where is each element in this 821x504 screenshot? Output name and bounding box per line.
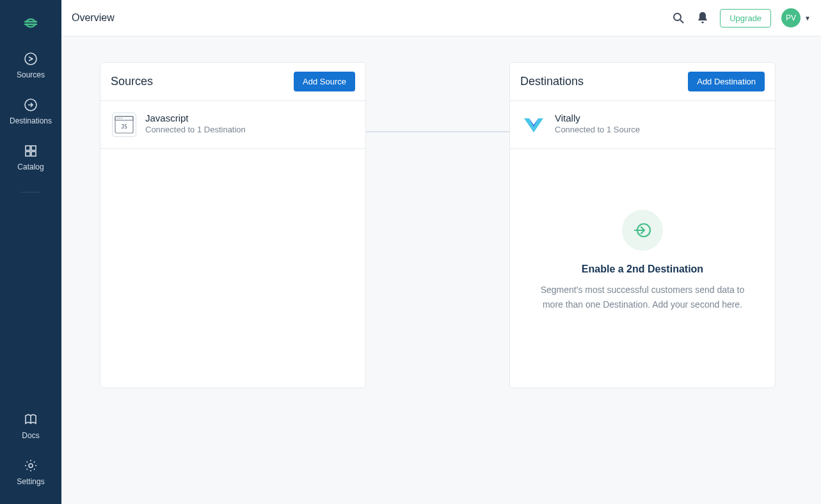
javascript-icon: JS bbox=[112, 113, 136, 137]
sidebar-item-label: Sources bbox=[17, 70, 45, 79]
search-icon bbox=[672, 12, 685, 24]
svg-point-7 bbox=[674, 13, 681, 20]
sidebar-item-label: Docs bbox=[22, 431, 39, 440]
svg-point-6 bbox=[29, 464, 33, 468]
sidebar: Sources Destinations Catalog bbox=[0, 0, 61, 504]
destination-promo: Enable a 2nd Destination Segment's most … bbox=[510, 149, 775, 388]
chevron-down-icon: ▼ bbox=[804, 15, 811, 22]
avatar: PV bbox=[781, 8, 801, 28]
docs-icon bbox=[23, 412, 38, 427]
catalog-icon bbox=[23, 143, 38, 159]
svg-rect-2 bbox=[26, 146, 30, 150]
svg-rect-3 bbox=[31, 146, 36, 150]
svg-point-0 bbox=[25, 53, 36, 65]
svg-text:JS: JS bbox=[121, 124, 127, 130]
svg-point-12 bbox=[121, 118, 122, 119]
sources-icon bbox=[23, 51, 38, 67]
promo-title: Enable a 2nd Destination bbox=[582, 264, 703, 275]
sidebar-item-label: Settings bbox=[17, 477, 44, 486]
user-menu[interactable]: PV ▼ bbox=[781, 8, 811, 28]
page-title: Overview bbox=[72, 12, 115, 24]
source-item-name: Javascript bbox=[145, 113, 246, 123]
destinations-panel: Destinations Add Destination Vitally Con… bbox=[509, 62, 776, 388]
content: Sources Add Source JS Javascript Connect… bbox=[61, 36, 821, 504]
sidebar-item-docs[interactable]: Docs bbox=[22, 412, 39, 440]
destination-item-sub: Connected to 1 Source bbox=[555, 125, 640, 134]
sources-panel: Sources Add Source JS Javascript Connect… bbox=[100, 62, 366, 388]
settings-icon bbox=[23, 458, 38, 473]
sidebar-item-sources[interactable]: Sources bbox=[17, 51, 45, 79]
upgrade-button[interactable]: Upgrade bbox=[720, 9, 771, 28]
vitally-icon bbox=[522, 113, 546, 137]
notifications-button[interactable] bbox=[696, 11, 710, 25]
promo-body: Segment's most successful customers send… bbox=[538, 283, 747, 311]
sidebar-item-label: Catalog bbox=[17, 162, 44, 171]
segment-logo-icon bbox=[22, 14, 40, 32]
source-item-sub: Connected to 1 Destination bbox=[145, 125, 246, 134]
sidebar-item-destinations[interactable]: Destinations bbox=[10, 97, 52, 125]
add-destination-button[interactable]: Add Destination bbox=[688, 72, 765, 91]
destinations-panel-title: Destinations bbox=[520, 75, 584, 88]
svg-point-11 bbox=[119, 118, 120, 119]
destination-item[interactable]: Vitally Connected to 1 Source bbox=[510, 101, 775, 149]
app-logo[interactable] bbox=[20, 13, 41, 33]
sidebar-item-settings[interactable]: Settings bbox=[17, 458, 44, 486]
add-source-button[interactable]: Add Source bbox=[294, 72, 355, 91]
sidebar-item-label: Destinations bbox=[10, 116, 52, 125]
svg-rect-4 bbox=[26, 152, 30, 156]
destination-item-name: Vitally bbox=[555, 113, 640, 123]
svg-rect-5 bbox=[31, 152, 36, 156]
bell-icon bbox=[697, 12, 708, 24]
sidebar-item-catalog[interactable]: Catalog bbox=[17, 143, 44, 171]
search-button[interactable] bbox=[671, 11, 685, 25]
source-item[interactable]: JS Javascript Connected to 1 Destination bbox=[100, 101, 365, 149]
topbar: Overview Upgrade PV ▼ bbox=[61, 0, 821, 36]
destinations-icon bbox=[23, 97, 38, 113]
svg-point-10 bbox=[117, 118, 118, 119]
sources-panel-title: Sources bbox=[111, 75, 153, 88]
sidebar-divider bbox=[20, 192, 41, 193]
promo-enter-icon bbox=[622, 210, 663, 251]
